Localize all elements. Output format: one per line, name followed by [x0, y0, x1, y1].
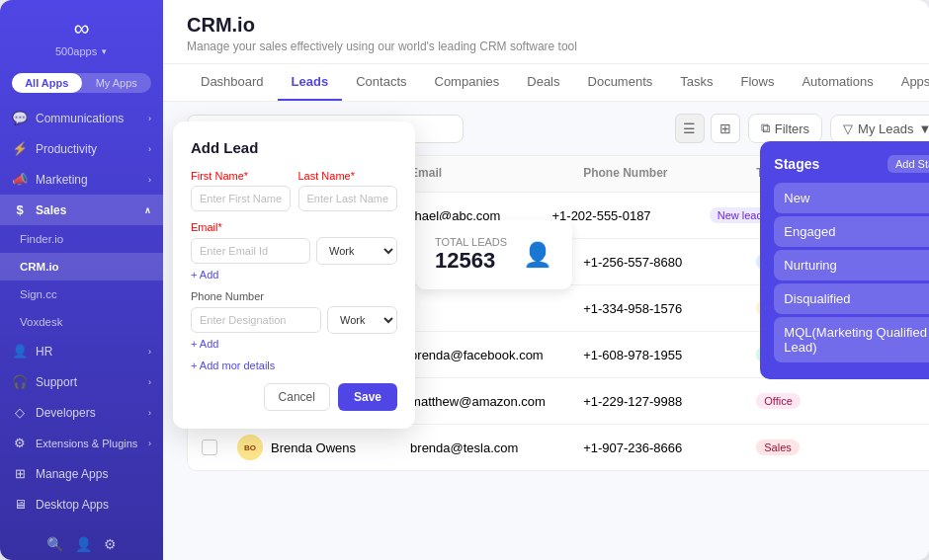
desktop-apps-icon: 🖥 — [12, 497, 28, 512]
tab-apps[interactable]: Apps — [887, 64, 929, 101]
sidebar-item-extensions[interactable]: ⚙ Extensions & Plugins › — [0, 428, 163, 458]
tab-contacts[interactable]: Contacts — [342, 64, 420, 101]
sidebar-item-label: Marketing — [36, 173, 88, 187]
list-view-button[interactable]: ☰ — [675, 114, 705, 143]
chevron-down-icon: › — [148, 114, 151, 123]
tab-dashboard[interactable]: Dashboard — [187, 64, 278, 101]
email-input[interactable] — [191, 238, 310, 264]
chevron-down-icon: › — [148, 347, 151, 357]
sidebar-item-productivity[interactable]: ⚡ Productivity › — [0, 133, 163, 164]
email-type-select[interactable]: Work Personal — [316, 237, 397, 265]
first-name-input[interactable] — [191, 186, 291, 211]
logo-subtitle: 500apps ▼ — [55, 45, 108, 57]
stage-item-disqualified[interactable]: Disqualified — [774, 283, 929, 314]
sidebar-item-support[interactable]: 🎧 Support › — [0, 366, 163, 397]
sidebar-item-desktop-apps[interactable]: 🖥 Desktop Apps — [0, 489, 163, 520]
sidebar-item-sign[interactable]: Sign.cc — [0, 280, 163, 308]
table-row: BO Brenda Owens brenda@tesla.com +1-907-… — [188, 425, 929, 470]
sidebar-item-label: Productivity — [36, 142, 97, 156]
tag: Office — [756, 393, 801, 409]
last-name-group: Last Name* — [298, 170, 398, 211]
add-more-details-link[interactable]: + Add mor details — [191, 360, 397, 371]
funnel-icon: ▽ — [843, 121, 853, 136]
my-leads-label: My Leads — [858, 121, 913, 136]
sidebar-item-label: Voxdesk — [20, 316, 62, 328]
sidebar-item-finder[interactable]: Finder.io — [0, 225, 163, 253]
my-apps-button[interactable]: My Apps — [82, 73, 152, 93]
sidebar-item-crm[interactable]: CRM.io — [0, 253, 163, 280]
phone-input[interactable] — [191, 307, 321, 333]
sidebar-item-label: Sign.cc — [20, 288, 57, 300]
tab-automations[interactable]: Automations — [788, 64, 887, 101]
stats-info: TOTAL LEADS 12563 — [435, 236, 507, 274]
hr-icon: 👤 — [12, 344, 28, 359]
chevron-down-icon: › — [148, 377, 151, 387]
tab-documents[interactable]: Documents — [574, 64, 667, 101]
sidebar-item-hr[interactable]: 👤 HR › — [0, 336, 163, 366]
main-content: CRM.io Manage your sales effectively usi… — [163, 0, 929, 560]
filters-button[interactable]: ⧉ Filters — [748, 114, 822, 143]
chevron-up-icon: ∧ — [144, 205, 151, 215]
stages-panel: Stages Add Stage New Engaged Nurturing D… — [760, 141, 929, 379]
name-cell: BO Brenda Owens — [237, 435, 410, 460]
all-apps-button[interactable]: All Apps — [12, 73, 82, 93]
lead-email: brenda@tesla.com — [410, 440, 583, 455]
my-leads-dropdown-trigger[interactable]: ▽ My Leads ▼ My Leads All Leads — [830, 115, 929, 143]
add-email-link[interactable]: + Add — [191, 269, 397, 280]
settings-footer-icon[interactable]: ⚙ — [104, 536, 117, 552]
sidebar-item-communications[interactable]: 💬 Communications › — [0, 103, 163, 133]
stages-header: Stages Add Stage — [774, 155, 929, 173]
extensions-icon: ⚙ — [12, 436, 28, 450]
lead-email: matthew@amazon.com — [410, 394, 583, 409]
sidebar-item-label: Support — [36, 375, 77, 389]
row-checkbox[interactable] — [202, 440, 217, 455]
tab-leads[interactable]: Leads — [278, 64, 343, 101]
phone-type-select[interactable]: Work Mobile — [327, 306, 397, 334]
stage-item-engaged[interactable]: Engaged — [774, 216, 929, 247]
user-footer-icon[interactable]: 👤 — [75, 536, 92, 552]
email-label: Email* — [191, 221, 397, 233]
sidebar: ∞ 500apps ▼ All Apps My Apps 💬 Communica… — [0, 0, 163, 560]
productivity-icon: ⚡ — [12, 141, 28, 156]
communications-icon: 💬 — [12, 111, 28, 125]
stage-item-new[interactable]: New — [774, 183, 929, 213]
sidebar-item-voxdesk[interactable]: Voxdesk — [0, 308, 163, 336]
stage-item-nurturing[interactable]: Nurturing — [774, 250, 929, 280]
tab-tasks[interactable]: Tasks — [666, 64, 726, 101]
search-footer-icon[interactable]: 🔍 — [46, 536, 63, 552]
sidebar-item-label: Desktop Apps — [36, 498, 109, 512]
sidebar-footer: 🔍 👤 ⚙ — [0, 528, 163, 560]
grid-view-button[interactable]: ⊞ — [711, 114, 740, 143]
sidebar-item-spread-love[interactable]: ❤ Spread the Love — [0, 520, 163, 528]
stats-value: 12563 — [435, 248, 507, 274]
header-phone: Phone Number — [583, 166, 756, 182]
tab-deals[interactable]: Deals — [513, 64, 573, 101]
add-stage-button[interactable]: Add Stage — [887, 155, 929, 173]
user-stats-icon: 👤 — [523, 241, 552, 269]
stage-item-mql[interactable]: MQL(Marketing Qualified Lead) — [774, 317, 929, 362]
page-subtitle: Manage your sales effectively using our … — [187, 40, 929, 53]
sidebar-nav: 💬 Communications › ⚡ Productivity › 📣 Ma… — [0, 99, 163, 528]
avatar: BO — [237, 435, 263, 460]
add-phone-link[interactable]: + Add — [191, 338, 397, 350]
save-button[interactable]: Save — [338, 383, 397, 411]
cancel-button[interactable]: Cancel — [264, 383, 330, 411]
developers-icon: ◇ — [12, 405, 28, 420]
chevron-down-icon: › — [148, 439, 151, 448]
sidebar-item-developers[interactable]: ◇ Developers › — [0, 397, 163, 428]
content-area: 🔍 ☰ ⊞ ⧉ Filters ▽ My Leads — [163, 102, 929, 560]
lead-tags: Office — [756, 393, 929, 409]
lead-phone: +1-202-555-0187 — [551, 208, 709, 223]
sidebar-item-manage-apps[interactable]: ⊞ Manage Apps — [0, 458, 163, 489]
sidebar-item-label: Communications — [36, 112, 124, 125]
lead-phone: +1-334-958-1576 — [583, 301, 756, 316]
phone-label: Phone Number — [191, 290, 397, 302]
tab-companies[interactable]: Companies — [421, 64, 514, 101]
sidebar-item-marketing[interactable]: 📣 Marketing › — [0, 164, 163, 195]
first-name-label: First Name* — [191, 170, 291, 182]
tab-flows[interactable]: Flows — [727, 64, 789, 101]
last-name-input[interactable] — [298, 186, 398, 211]
sidebar-item-sales[interactable]: $ Sales ∧ — [0, 195, 163, 225]
first-name-group: First Name* — [191, 170, 291, 211]
lead-tags: Sales — [756, 440, 929, 455]
